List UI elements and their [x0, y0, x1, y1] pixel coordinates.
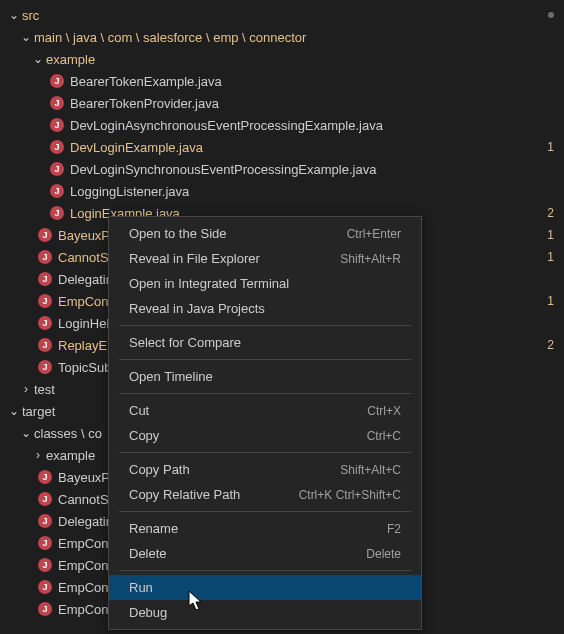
menu-label: Reveal in File Explorer	[129, 251, 340, 266]
java-file-icon: J	[38, 294, 52, 308]
menu-shortcut: Ctrl+K Ctrl+Shift+C	[299, 488, 401, 502]
menu-item-reveal-in-file-explorer[interactable]: Reveal in File ExplorerShift+Alt+R	[109, 246, 421, 271]
chevron-right-icon: ›	[30, 449, 46, 461]
problem-badge: 1	[547, 140, 554, 154]
menu-shortcut: F2	[387, 522, 401, 536]
menu-item-debug[interactable]: Debug	[109, 600, 421, 625]
file-label: DevLoginAsynchronousEventProcessingExamp…	[70, 118, 554, 133]
menu-item-open-in-integrated-terminal[interactable]: Open in Integrated Terminal	[109, 271, 421, 296]
tree-folder-path[interactable]: ⌄ main \ java \ com \ salesforce \ emp \…	[0, 26, 564, 48]
java-file-icon: J	[38, 272, 52, 286]
tree-file[interactable]: JBearerTokenExample.java	[0, 70, 564, 92]
java-file-icon: J	[38, 580, 52, 594]
menu-label: Reveal in Java Projects	[129, 301, 401, 316]
menu-separator	[119, 325, 411, 326]
problem-badge: 1	[547, 228, 554, 242]
menu-item-cut[interactable]: CutCtrl+X	[109, 398, 421, 423]
tree-file[interactable]: JDevLoginExample.java1	[0, 136, 564, 158]
menu-label: Debug	[129, 605, 401, 620]
tree-file[interactable]: JLoggingListener.java	[0, 180, 564, 202]
chevron-down-icon: ⌄	[30, 53, 46, 65]
tree-file[interactable]: JDevLoginAsynchronousEventProcessingExam…	[0, 114, 564, 136]
java-file-icon: J	[50, 74, 64, 88]
menu-item-select-for-compare[interactable]: Select for Compare	[109, 330, 421, 355]
menu-shortcut: Ctrl+X	[367, 404, 401, 418]
menu-shortcut: Ctrl+Enter	[347, 227, 401, 241]
menu-item-rename[interactable]: RenameF2	[109, 516, 421, 541]
java-file-icon: J	[38, 250, 52, 264]
java-file-icon: J	[50, 184, 64, 198]
menu-label: Open Timeline	[129, 369, 401, 384]
menu-label: Cut	[129, 403, 367, 418]
file-label: BearerTokenExample.java	[70, 74, 554, 89]
file-label: LoggingListener.java	[70, 184, 554, 199]
chevron-down-icon: ⌄	[6, 9, 22, 21]
menu-label: Delete	[129, 546, 366, 561]
java-file-icon: J	[38, 470, 52, 484]
chevron-down-icon: ⌄	[18, 427, 34, 439]
file-label: DevLoginExample.java	[70, 140, 547, 155]
tree-folder-example[interactable]: ⌄ example	[0, 48, 564, 70]
menu-item-run[interactable]: Run	[109, 575, 421, 600]
java-file-icon: J	[50, 206, 64, 220]
menu-label: Select for Compare	[129, 335, 401, 350]
java-file-icon: J	[50, 162, 64, 176]
menu-shortcut: Shift+Alt+C	[340, 463, 401, 477]
problem-badge: 1	[547, 250, 554, 264]
tree-file[interactable]: JDevLoginSynchronousEventProcessingExamp…	[0, 158, 564, 180]
folder-label: main \ java \ com \ salesforce \ emp \ c…	[34, 30, 554, 45]
problem-badge: 1	[547, 294, 554, 308]
java-file-icon: J	[38, 316, 52, 330]
menu-item-reveal-in-java-projects[interactable]: Reveal in Java Projects	[109, 296, 421, 321]
context-menu: Open to the SideCtrl+EnterReveal in File…	[108, 216, 422, 630]
tree-folder-src[interactable]: ⌄ src	[0, 4, 564, 26]
menu-separator	[119, 570, 411, 571]
java-file-icon: J	[38, 514, 52, 528]
menu-item-open-timeline[interactable]: Open Timeline	[109, 364, 421, 389]
menu-label: Open to the Side	[129, 226, 347, 241]
java-file-icon: J	[38, 338, 52, 352]
menu-shortcut: Shift+Alt+R	[340, 252, 401, 266]
java-file-icon: J	[38, 558, 52, 572]
java-file-icon: J	[50, 118, 64, 132]
menu-separator	[119, 359, 411, 360]
menu-shortcut: Delete	[366, 547, 401, 561]
menu-separator	[119, 452, 411, 453]
java-file-icon: J	[38, 536, 52, 550]
menu-label: Open in Integrated Terminal	[129, 276, 401, 291]
menu-item-copy-relative-path[interactable]: Copy Relative PathCtrl+K Ctrl+Shift+C	[109, 482, 421, 507]
menu-shortcut: Ctrl+C	[367, 429, 401, 443]
menu-item-copy-path[interactable]: Copy PathShift+Alt+C	[109, 457, 421, 482]
java-file-icon: J	[38, 492, 52, 506]
java-file-icon: J	[38, 360, 52, 374]
tree-file[interactable]: JBearerTokenProvider.java	[0, 92, 564, 114]
menu-label: Copy Path	[129, 462, 340, 477]
menu-label: Copy	[129, 428, 367, 443]
java-file-icon: J	[38, 228, 52, 242]
menu-item-copy[interactable]: CopyCtrl+C	[109, 423, 421, 448]
chevron-down-icon: ⌄	[6, 405, 22, 417]
menu-item-open-to-the-side[interactable]: Open to the SideCtrl+Enter	[109, 221, 421, 246]
chevron-down-icon: ⌄	[18, 31, 34, 43]
problem-badge: 2	[547, 338, 554, 352]
menu-label: Run	[129, 580, 401, 595]
menu-item-delete[interactable]: DeleteDelete	[109, 541, 421, 566]
java-file-icon: J	[50, 96, 64, 110]
menu-label: Copy Relative Path	[129, 487, 299, 502]
folder-label: example	[46, 52, 554, 67]
java-file-icon: J	[50, 140, 64, 154]
folder-label: src	[22, 8, 548, 23]
chevron-right-icon: ›	[18, 383, 34, 395]
menu-separator	[119, 511, 411, 512]
file-label: BearerTokenProvider.java	[70, 96, 554, 111]
menu-separator	[119, 393, 411, 394]
java-file-icon: J	[38, 602, 52, 616]
problem-badge: 2	[547, 206, 554, 220]
modified-dot-icon	[548, 12, 554, 18]
file-label: DevLoginSynchronousEventProcessingExampl…	[70, 162, 554, 177]
menu-label: Rename	[129, 521, 387, 536]
